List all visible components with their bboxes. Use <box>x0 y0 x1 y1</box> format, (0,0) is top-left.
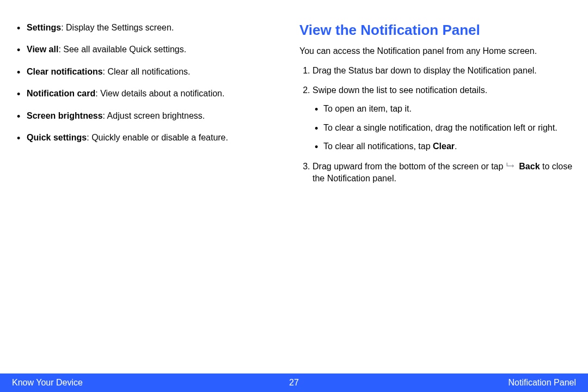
step-item: Swipe down the list to see notification … <box>313 84 574 153</box>
footer-right: Notification Panel <box>508 378 576 388</box>
steps-list: Drag the Status bar down to display the … <box>299 65 574 185</box>
term: View all <box>27 45 58 54</box>
page-footer: Know Your Device 27 Notification Panel <box>0 373 588 392</box>
section-heading: View the Notification Panel <box>299 22 574 39</box>
term: Screen brightness <box>27 111 103 120</box>
list-item: Clear notifications: Clear all notificat… <box>27 66 289 78</box>
desc: : Quickly enable or disable a feature. <box>87 133 228 142</box>
term: Clear notifications <box>27 67 103 76</box>
intro-text: You can access the Notification panel fr… <box>299 45 574 57</box>
term: Quick settings <box>27 133 87 142</box>
sub-item: To clear a single notification, drag the… <box>323 122 574 134</box>
desc: : Clear all notifications. <box>103 67 191 76</box>
sub-text: . <box>455 142 457 151</box>
list-item: View all: See all available Quick settin… <box>27 44 289 56</box>
desc: : Display the Settings screen. <box>61 23 174 32</box>
desc: : See all available Quick settings. <box>58 45 186 54</box>
bold: Back <box>519 162 540 171</box>
sub-item: To clear all notifications, tap Clear. <box>323 140 574 152</box>
step-item: Drag upward from the bottom of the scree… <box>313 161 574 185</box>
sub-list: To open an item, tap it. To clear a sing… <box>313 103 574 152</box>
bold: Clear <box>433 142 455 151</box>
step-text: Drag upward from the bottom of the scree… <box>313 162 506 171</box>
right-column: View the Notification Panel You can acce… <box>299 22 574 192</box>
list-item: Settings: Display the Settings screen. <box>27 22 289 34</box>
list-item: Screen brightness: Adjust screen brightn… <box>27 110 289 122</box>
sub-item: To open an item, tap it. <box>323 103 574 115</box>
left-column: Settings: Display the Settings screen. V… <box>14 22 289 192</box>
back-icon <box>506 162 516 170</box>
step-item: Drag the Status bar down to display the … <box>313 65 574 77</box>
list-item: Quick settings: Quickly enable or disabl… <box>27 132 289 144</box>
page-number: 27 <box>289 378 299 388</box>
sub-text: To open an item, tap it. <box>323 104 412 113</box>
term: Notification card <box>27 89 95 98</box>
sub-text: To clear a single notification, drag the… <box>323 123 558 132</box>
feature-list: Settings: Display the Settings screen. V… <box>14 22 289 144</box>
desc: : View details about a notification. <box>95 89 224 98</box>
sub-text: To clear all notifications, tap <box>323 142 433 151</box>
step-text: Drag the Status bar down to display the … <box>313 66 537 75</box>
list-item: Notification card: View details about a … <box>27 88 289 100</box>
footer-left: Know Your Device <box>12 378 83 388</box>
term: Settings <box>27 23 61 32</box>
desc: : Adjust screen brightness. <box>103 111 205 120</box>
step-text: Swipe down the list to see notification … <box>313 85 487 95</box>
